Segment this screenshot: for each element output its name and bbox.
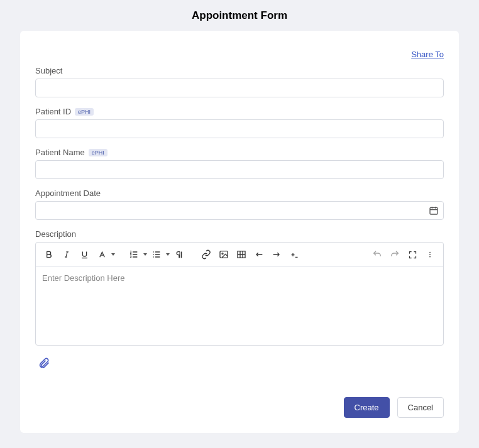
bold-button[interactable] (41, 246, 57, 263)
font-button[interactable] (94, 246, 110, 263)
svg-point-32 (429, 254, 431, 255)
ordered-list-button[interactable]: 123 (126, 246, 142, 263)
share-to-link[interactable]: Share To (411, 50, 444, 59)
indent-button[interactable] (268, 246, 285, 263)
undo-button[interactable] (369, 246, 385, 263)
italic-button[interactable] (58, 246, 75, 263)
fullscreen-button[interactable] (404, 246, 421, 263)
subject-input[interactable] (35, 79, 444, 97)
description-label: Description (35, 229, 76, 239)
ephi-badge: ePHI (75, 108, 94, 116)
svg-line-6 (66, 252, 67, 257)
svg-rect-0 (430, 207, 438, 214)
image-button[interactable] (216, 246, 232, 263)
appointment-date-label: Appointment Date (35, 188, 101, 198)
more-button[interactable] (422, 246, 438, 263)
insert-button[interactable] (286, 246, 302, 263)
form-card: Share To Subject Patient ID ePHI Patient… (20, 31, 459, 433)
create-button[interactable]: Create (344, 397, 390, 418)
svg-point-33 (429, 256, 431, 258)
subject-group: Subject (35, 66, 444, 97)
appointment-date-group: Appointment Date (35, 188, 444, 220)
svg-point-31 (429, 252, 431, 253)
ephi-badge: ePHI (89, 149, 107, 156)
patient-id-group: Patient ID ePHI (35, 107, 444, 138)
appointment-date-input[interactable] (35, 201, 444, 220)
separator (192, 249, 193, 260)
patient-id-input[interactable] (35, 119, 444, 138)
paragraph-button[interactable] (171, 246, 187, 263)
chevron-down-icon[interactable] (166, 253, 170, 256)
rte-toolbar: 123 (36, 243, 443, 267)
subject-label: Subject (35, 66, 62, 75)
svg-point-18 (153, 254, 155, 255)
cancel-button[interactable]: Cancel (397, 397, 444, 418)
chevron-down-icon[interactable] (143, 253, 147, 256)
calendar-icon[interactable] (429, 205, 439, 216)
patient-name-label: Patient Name (35, 148, 85, 157)
separator (120, 249, 121, 260)
outdent-button[interactable] (251, 246, 267, 263)
patient-name-input[interactable] (35, 160, 444, 179)
unordered-list-button[interactable] (148, 246, 165, 263)
patient-id-label: Patient ID (35, 107, 71, 116)
page-title: Appointment Form (0, 0, 479, 31)
svg-point-19 (153, 256, 155, 258)
rich-text-editor: 123 (35, 242, 444, 346)
underline-button[interactable] (76, 246, 92, 263)
chevron-down-icon[interactable] (111, 253, 115, 256)
svg-point-21 (222, 253, 223, 254)
link-button[interactable] (198, 246, 214, 263)
svg-text:3: 3 (130, 255, 132, 258)
table-button[interactable] (233, 246, 250, 263)
svg-point-17 (153, 251, 155, 253)
patient-name-group: Patient Name ePHI (35, 148, 444, 179)
description-input[interactable]: Enter Description Here (36, 267, 443, 345)
attachment-button[interactable] (35, 354, 53, 372)
form-footer: Create Cancel (35, 397, 444, 418)
redo-button[interactable] (387, 246, 403, 263)
description-group: Description (35, 229, 444, 346)
